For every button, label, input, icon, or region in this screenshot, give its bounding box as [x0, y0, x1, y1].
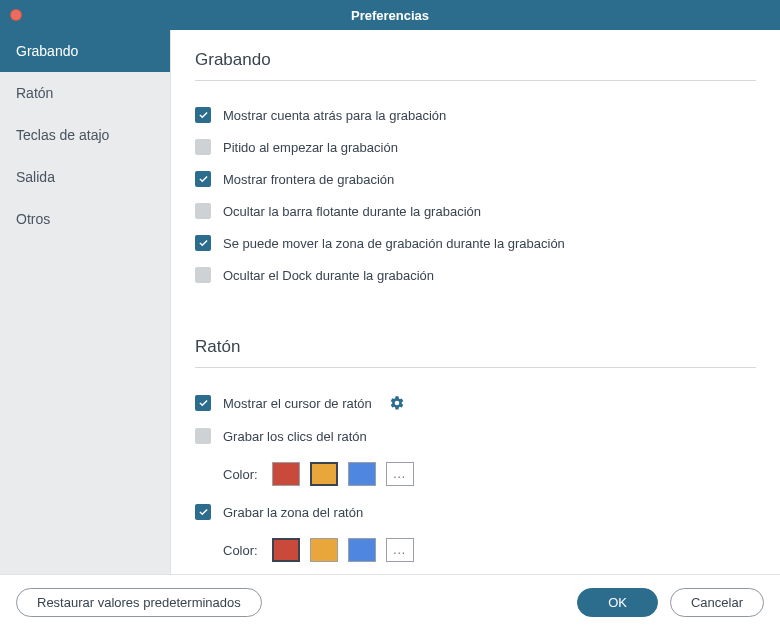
sidebar-item-raton[interactable]: Ratón	[0, 72, 170, 114]
label-countdown: Mostrar cuenta atrás para la grabación	[223, 108, 446, 123]
option-show-cursor: Mostrar el cursor de ratón	[195, 386, 756, 420]
option-record-clicks: Grabar los clics del ratón	[195, 420, 756, 452]
area-color-label: Color:	[223, 543, 258, 558]
checkbox-beep[interactable]	[195, 139, 211, 155]
window-title: Preferencias	[351, 8, 429, 23]
option-beep: Pitido al empezar la grabación	[195, 131, 756, 163]
restore-defaults-button[interactable]: Restaurar valores predeterminados	[16, 588, 262, 617]
option-hide-dock: Ocultar el Dock durante la grabación	[195, 259, 756, 291]
label-border: Mostrar frontera de grabación	[223, 172, 394, 187]
checkbox-hide-floatbar[interactable]	[195, 203, 211, 219]
content-pane: Grabando Mostrar cuenta atrás para la gr…	[170, 30, 780, 574]
option-countdown: Mostrar cuenta atrás para la grabación	[195, 99, 756, 131]
click-color-swatch-red[interactable]	[272, 462, 300, 486]
checkbox-record-clicks[interactable]	[195, 428, 211, 444]
area-color-swatch-yellow[interactable]	[310, 538, 338, 562]
label-beep: Pitido al empezar la grabación	[223, 140, 398, 155]
label-show-cursor: Mostrar el cursor de ratón	[223, 396, 372, 411]
click-color-swatch-blue[interactable]	[348, 462, 376, 486]
area-color-more-button[interactable]: ...	[386, 538, 414, 562]
ok-button[interactable]: OK	[577, 588, 658, 617]
area-color-row: Color: ...	[195, 528, 756, 572]
sidebar: Grabando Ratón Teclas de atajo Salida Ot…	[0, 30, 170, 574]
area-color-swatch-red[interactable]	[272, 538, 300, 562]
area-color-swatch-blue[interactable]	[348, 538, 376, 562]
click-color-row: Color: ...	[195, 452, 756, 496]
checkbox-show-cursor[interactable]	[195, 395, 211, 411]
checkbox-hide-dock[interactable]	[195, 267, 211, 283]
close-window-button[interactable]	[10, 9, 22, 21]
option-hide-floatbar: Ocultar la barra flotante durante la gra…	[195, 195, 756, 227]
checkbox-record-area[interactable]	[195, 504, 211, 520]
footer: Restaurar valores predeterminados OK Can…	[0, 574, 780, 630]
checkbox-border[interactable]	[195, 171, 211, 187]
label-move-zone: Se puede mover la zona de grabación dura…	[223, 236, 565, 251]
label-record-area: Grabar la zona del ratón	[223, 505, 363, 520]
gear-icon[interactable]	[388, 394, 406, 412]
click-color-more-button[interactable]: ...	[386, 462, 414, 486]
sidebar-item-otros[interactable]: Otros	[0, 198, 170, 240]
titlebar: Preferencias	[0, 0, 780, 30]
checkbox-countdown[interactable]	[195, 107, 211, 123]
option-border: Mostrar frontera de grabación	[195, 163, 756, 195]
section-title-mouse: Ratón	[195, 317, 756, 368]
click-color-label: Color:	[223, 467, 258, 482]
section-title-recording: Grabando	[195, 30, 756, 81]
checkbox-move-zone[interactable]	[195, 235, 211, 251]
option-move-zone: Se puede mover la zona de grabación dura…	[195, 227, 756, 259]
cancel-button[interactable]: Cancelar	[670, 588, 764, 617]
sidebar-item-grabando[interactable]: Grabando	[0, 30, 170, 72]
option-record-area: Grabar la zona del ratón	[195, 496, 756, 528]
label-hide-floatbar: Ocultar la barra flotante durante la gra…	[223, 204, 481, 219]
label-hide-dock: Ocultar el Dock durante la grabación	[223, 268, 434, 283]
label-record-clicks: Grabar los clics del ratón	[223, 429, 367, 444]
sidebar-item-salida[interactable]: Salida	[0, 156, 170, 198]
click-color-swatch-yellow[interactable]	[310, 462, 338, 486]
body: Grabando Ratón Teclas de atajo Salida Ot…	[0, 30, 780, 574]
sidebar-item-teclas[interactable]: Teclas de atajo	[0, 114, 170, 156]
